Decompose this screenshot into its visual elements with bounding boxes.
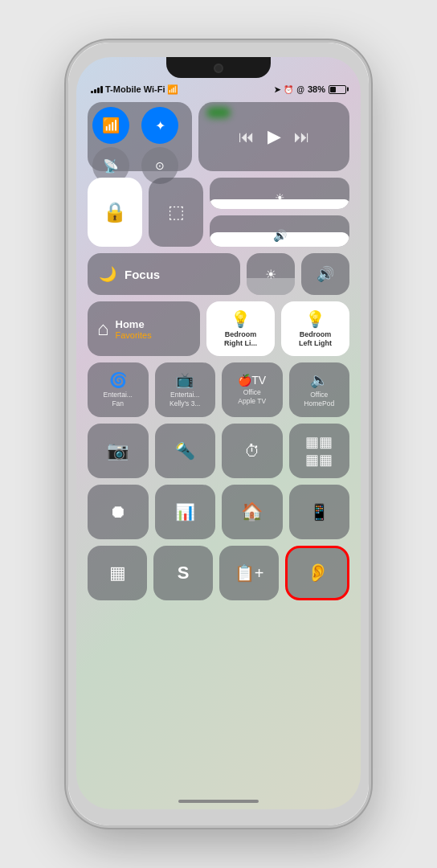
volume-mini-icon: 🔊 (317, 265, 334, 283)
office-appletv-tile[interactable]: 🍎TV OfficeApple TV (222, 362, 283, 417)
cellular-icon: 📡 (103, 158, 119, 174)
bedroom-right-tile[interactable]: 💡 BedroomRight Li... (206, 301, 275, 356)
brightness-mini[interactable]: ☀ (247, 253, 295, 295)
remote-icon: ▦▦▦▦ (305, 433, 333, 469)
status-left: T-Mobile Wi-Fi 📶 (91, 84, 178, 95)
connectivity-group: 📶 ✦ 📡 ⊙ (88, 102, 192, 171)
hearing-tile[interactable]: 👂 (285, 546, 349, 600)
office-homepod-tile[interactable]: 🔈 OfficeHomePod (289, 362, 350, 417)
wifi-button[interactable]: 📶 (92, 107, 129, 144)
row-home: ⌂ Home Favorites 💡 BedroomRight Li... 💡 … (88, 301, 349, 356)
wifi-icon: 📶 (102, 117, 120, 134)
battery-text: 38% (308, 84, 325, 94)
flashlight-icon: 🔦 (175, 441, 195, 461)
airplay-tile[interactable]: ⬚ (149, 178, 203, 247)
qr-scan-tile[interactable]: ▦ (88, 546, 147, 600)
notes-add-tile[interactable]: 📋+ (219, 546, 279, 600)
remote-tile[interactable]: ▦▦▦▦ (289, 424, 350, 478)
focus-tile[interactable]: 🌙 Focus (88, 253, 240, 295)
forward-button[interactable]: ⏭ (294, 128, 310, 146)
brightness-icon: ☀ (275, 191, 285, 204)
bedroom-left-label: BedroomLeft Light (299, 330, 332, 348)
rewind-button[interactable]: ⏮ (239, 128, 255, 146)
entertain-kelly-tile[interactable]: 📺 Entertai...Kelly's 3... (155, 362, 216, 417)
moon-icon: 🌙 (99, 265, 116, 283)
shazam-tile[interactable]: S (153, 546, 213, 600)
home-text: Home Favorites (116, 318, 152, 340)
home-subtitle: Favorites (116, 330, 152, 340)
camera-tile[interactable]: 📷 (88, 424, 149, 478)
volume-slider[interactable]: 🔊 (210, 215, 349, 247)
homepod-label: OfficeHomePod (304, 391, 334, 408)
row-2: 🔒 ⬚ ☀ 🔊 (88, 178, 349, 247)
entertain-fan-tile[interactable]: 🌀 Entertai...Fan (88, 362, 149, 417)
home-app-icon: 🏠 (241, 502, 263, 522)
location-icon: ➤ (274, 85, 280, 94)
kelly-label: Entertai...Kelly's 3... (169, 391, 200, 408)
light-bulb-right-icon: 💡 (231, 309, 251, 329)
battery-icon (329, 85, 346, 94)
home-title: Home (116, 318, 152, 330)
lock-icon: 🔒 (103, 201, 127, 223)
timer-tile[interactable]: ⏱ (222, 424, 283, 478)
signal-bar-2 (94, 89, 96, 93)
screen: T-Mobile Wi-Fi 📶 ➤ ⏰ @ 38% (76, 57, 361, 809)
signal-bars (91, 85, 103, 93)
home-icon: ⌂ (97, 317, 109, 340)
brightness-mini-icon: ☀ (265, 267, 276, 282)
notch (166, 57, 271, 78)
airplay-icon: ⬚ (168, 202, 185, 223)
volume-icon: 🔊 (273, 229, 287, 242)
notes-icon: 📋+ (235, 563, 264, 583)
alarm-icon: ⏰ (284, 85, 293, 94)
camera-dot (214, 63, 223, 73)
home-tile[interactable]: ⌂ Home Favorites (88, 301, 200, 356)
shazam-icon: S (178, 563, 190, 583)
green-indicator (206, 107, 231, 118)
bluetooth-button[interactable]: ✦ (141, 107, 178, 144)
rotation-icon: @ (296, 85, 304, 94)
homepod-icon: 🔈 (310, 371, 328, 389)
hearing-icon: 👂 (307, 563, 329, 583)
row-utilities-2: ⏺ 📊 🏠 📱 (88, 485, 349, 539)
signal-bar-1 (91, 91, 93, 93)
phone-inner: T-Mobile Wi-Fi 📶 ➤ ⏰ @ 38% (68, 43, 369, 825)
light-bulb-left-icon: 💡 (305, 309, 325, 329)
screen-lock-tile[interactable]: 🔒 (88, 178, 142, 247)
control-center: 📶 ✦ 📡 ⊙ ⏮ (88, 102, 349, 787)
sliders-col: ☀ 🔊 (210, 178, 349, 247)
status-right: ➤ ⏰ @ 38% (274, 84, 346, 94)
row-focus: 🌙 Focus ☀ 🔊 (88, 253, 349, 295)
airdrop-icon: ⊙ (155, 159, 165, 172)
signal-bar-3 (97, 88, 100, 93)
record-icon: ⏺ (109, 502, 127, 522)
focus-label: Focus (125, 268, 160, 281)
phone-frame: T-Mobile Wi-Fi 📶 ➤ ⏰ @ 38% (66, 40, 371, 828)
row-accessories: 🌀 Entertai...Fan 📺 Entertai...Kelly's 3.… (88, 362, 349, 417)
carrier-text: T-Mobile Wi-Fi (105, 84, 165, 94)
home-bar[interactable] (178, 800, 259, 803)
screen-record-tile[interactable]: ⏺ (88, 485, 149, 539)
tv-remote-tile[interactable]: 📱 (289, 485, 350, 539)
sound-icon: 📊 (175, 502, 195, 522)
home-app-tile[interactable]: 🏠 (222, 485, 283, 539)
flashlight-tile[interactable]: 🔦 (155, 424, 216, 478)
bluetooth-icon: ✦ (155, 118, 165, 133)
camera-icon: 📷 (107, 440, 129, 461)
bedroom-right-label: BedroomRight Li... (224, 330, 257, 348)
tv-remote-icon: 📱 (309, 502, 329, 522)
sound-recognition-tile[interactable]: 📊 (155, 485, 216, 539)
status-bar: T-Mobile Wi-Fi 📶 ➤ ⏰ @ 38% (76, 78, 361, 100)
wifi-status-icon: 📶 (167, 84, 178, 95)
brightness-slider[interactable]: ☀ (210, 178, 349, 209)
appletv-label: OfficeApple TV (238, 388, 266, 406)
signal-bar-4 (100, 86, 103, 93)
bedroom-left-tile[interactable]: 💡 BedroomLeft Light (281, 301, 349, 356)
row-bottom: ▦ S 📋+ 👂 (88, 546, 349, 600)
row-utilities-1: 📷 🔦 ⏱ ▦▦▦▦ (88, 424, 349, 478)
fan-label: Entertai...Fan (104, 391, 133, 408)
volume-mini[interactable]: 🔊 (301, 253, 349, 295)
play-button[interactable]: ▶ (268, 126, 281, 147)
timer-icon: ⏱ (244, 442, 260, 461)
fan-icon: 🌀 (109, 371, 127, 389)
